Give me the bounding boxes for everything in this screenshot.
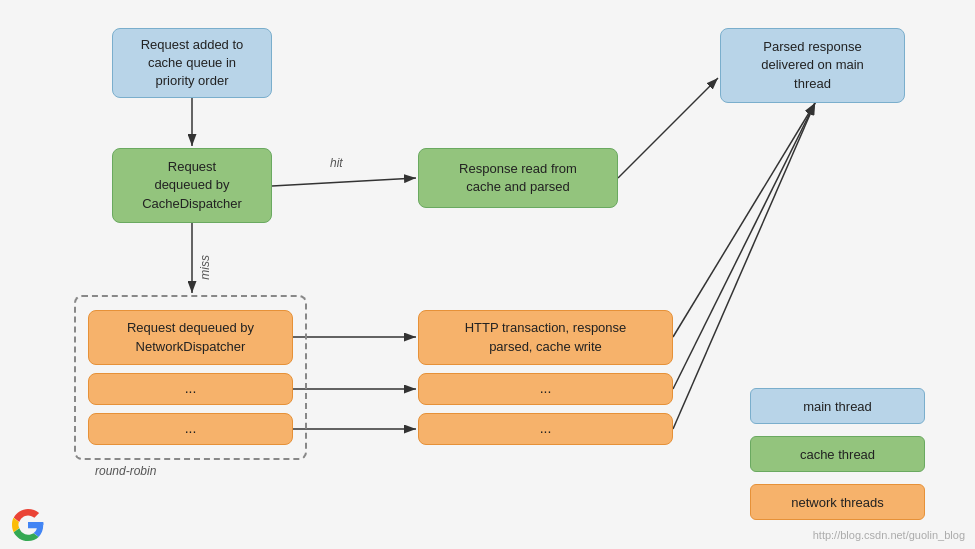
- network-dot1-box: ...: [88, 373, 293, 405]
- parsed-response-box: Parsed response delivered on main thread: [720, 28, 905, 103]
- http-transaction-box: HTTP transaction, response parsed, cache…: [418, 310, 673, 365]
- svg-line-6: [673, 103, 815, 389]
- legend-network-threads: network threads: [750, 484, 925, 520]
- network-dot1-label: ...: [185, 379, 197, 399]
- parsed-response-label: Parsed response delivered on main thread: [761, 38, 864, 93]
- http-dot1-label: ...: [540, 379, 552, 399]
- diagram-container: Request added to cache queue in priority…: [0, 0, 975, 549]
- svg-line-5: [673, 103, 815, 337]
- legend-main-thread: main thread: [750, 388, 925, 424]
- google-logo: [12, 509, 44, 541]
- http-dot2-box: ...: [418, 413, 673, 445]
- cache-response-label: Response read from cache and parsed: [459, 160, 577, 196]
- svg-line-4: [618, 78, 718, 178]
- network-dot2-box: ...: [88, 413, 293, 445]
- cache-queue-label: Request added to cache queue in priority…: [141, 36, 244, 91]
- round-robin-label: round-robin: [95, 464, 156, 478]
- http-dot2-label: ...: [540, 419, 552, 439]
- http-dot1-box: ...: [418, 373, 673, 405]
- watermark: http://blog.csdn.net/guolin_blog: [813, 529, 965, 541]
- legend-network-threads-label: network threads: [791, 495, 884, 510]
- hit-label: hit: [330, 156, 343, 170]
- svg-line-7: [673, 103, 815, 429]
- network-dispatcher-label: Request dequeued by NetworkDispatcher: [127, 319, 254, 355]
- legend-cache-thread-label: cache thread: [800, 447, 875, 462]
- cache-response-box: Response read from cache and parsed: [418, 148, 618, 208]
- cache-dispatcher-label: Request dequeued by CacheDispatcher: [142, 158, 242, 213]
- legend-main-thread-label: main thread: [803, 399, 872, 414]
- network-dispatcher-box: Request dequeued by NetworkDispatcher: [88, 310, 293, 365]
- svg-line-2: [272, 178, 416, 186]
- legend-cache-thread: cache thread: [750, 436, 925, 472]
- miss-label: miss: [198, 255, 212, 280]
- cache-dispatcher-box: Request dequeued by CacheDispatcher: [112, 148, 272, 223]
- network-dot2-label: ...: [185, 419, 197, 439]
- http-transaction-label: HTTP transaction, response parsed, cache…: [465, 319, 627, 355]
- cache-queue-box: Request added to cache queue in priority…: [112, 28, 272, 98]
